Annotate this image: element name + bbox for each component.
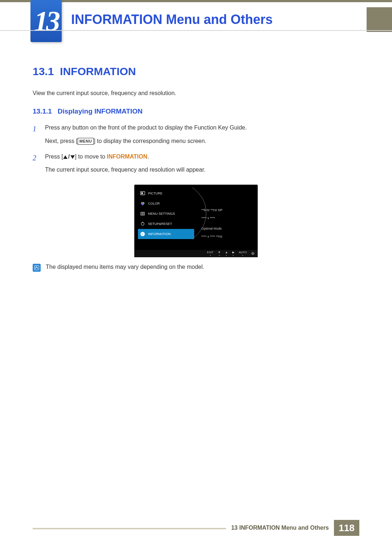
osd-footer-bar: EXIT▾ ▼▾ ▲▾ ▶▾ AUTO▾ ⏻ [134,250,258,257]
text: Press [ [45,153,63,160]
page-number-badge: 118 [334,520,359,536]
note-row: The displayed menu items may vary depend… [33,264,359,272]
osd-menu-item-setup-reset: SETUP&RESET [138,219,194,229]
information-icon: i [140,231,145,237]
osd-menu-item-menu-settings: MENU SETTINGS [138,209,194,219]
section-title: INFORMATION [60,65,136,77]
step-line: Next, press [MENU] to display the corres… [45,137,359,146]
step-line: Press any button on the front of the pro… [45,123,359,132]
note-icon [33,264,41,272]
footer-rule [33,520,226,536]
subsection-title: Displaying INFORMATION [58,107,143,115]
osd-info-line: Optimal Mode [201,225,254,233]
osd-info-line: **** x **** [201,214,254,222]
header-divider [0,30,392,31]
osd-footer-exit: EXIT▾ [207,251,213,257]
osd-footer-enter: ▶▾ [232,251,234,257]
osd-info-line: **** x **** **Hz [201,233,254,241]
step-number: 2 [33,152,38,175]
subsection-number: 13.1.1 [33,107,52,115]
down-arrow-icon [70,155,75,159]
step-body: Press [/] to move to INFORMATION. The cu… [45,152,359,175]
osd-info-line: **kHz **Hz NP [201,206,254,214]
osd-menu-item-picture: PICTURE [138,188,194,198]
menu-key-icon: MENU [78,138,94,145]
svg-rect-12 [34,266,39,270]
osd-footer-auto: AUTO▾ [239,251,247,257]
step-line: Press [/] to move to INFORMATION. [45,152,359,161]
osd-menu-label: INFORMATION [148,232,171,236]
footer-label: 13 INFORMATION Menu and Others [226,525,334,531]
step-row: 1 Press any button on the front of the p… [33,123,359,146]
svg-rect-1 [141,192,143,194]
information-keyword: INFORMATION [107,153,147,160]
step-row: 2 Press [/] to move to INFORMATION. The … [33,152,359,175]
text: ] to display the corresponding menu scre… [94,138,206,144]
osd-screenshot: PICTURE COLOR MENU SETTINGS SETUP&RESET … [134,185,258,257]
chapter-number-badge: 13 [30,0,62,42]
osd-menu-item-color: COLOR [138,198,194,209]
slash: / [68,153,70,160]
osd-footer-down: ▼▾ [218,251,221,257]
osd-menu-item-information: i INFORMATION [138,229,194,239]
osd-menu-label: COLOR [148,202,160,205]
osd-menu-label: PICTURE [148,192,163,195]
svg-point-4 [142,203,144,205]
osd-footer-power: ⏻ [251,252,254,255]
section-heading: 13.1 INFORMATION [33,65,359,78]
main-content: 13.1 INFORMATION View the current input … [33,65,359,272]
osd-info-panel: **kHz **Hz NP **** x **** Optimal Mode *… [201,192,254,241]
header-right-cap [367,7,392,32]
subsection-heading: 13.1.1 Displaying INFORMATION [33,107,359,115]
osd-menu-label: MENU SETTINGS [148,212,175,216]
osd-menu-label: SETUP&RESET [148,222,172,226]
chapter-header: 13 INFORMATION Menu and Others [0,7,392,32]
text: Next, press [ [45,138,78,144]
text: ] to move to [75,153,107,160]
step-line: The current input source, frequency and … [45,165,359,175]
footer-chapter-title: INFORMATION Menu and Others [239,525,329,531]
menu-settings-icon [140,211,145,216]
step-body: Press any button on the front of the pro… [45,123,359,146]
osd-menu-list: PICTURE COLOR MENU SETTINGS SETUP&RESET … [138,188,194,239]
color-icon [140,201,145,206]
text: . [147,153,149,160]
footer-chapter-number: 13 [231,525,238,531]
page-footer: 13 INFORMATION Menu and Others 118 [33,520,359,536]
step-number: 1 [33,123,38,146]
chapter-title: INFORMATION Menu and Others [62,7,367,32]
osd-footer-up: ▲▾ [225,251,228,257]
setup-reset-icon [140,221,145,226]
osd-screenshot-wrap: PICTURE COLOR MENU SETTINGS SETUP&RESET … [33,185,359,257]
up-arrow-icon [63,155,68,159]
picture-icon [140,191,145,196]
section-number: 13.1 [33,65,54,77]
section-intro: View the current input source, frequency… [33,90,359,97]
svg-point-9 [141,222,144,225]
note-text: The displayed menu items may vary depend… [46,264,204,270]
